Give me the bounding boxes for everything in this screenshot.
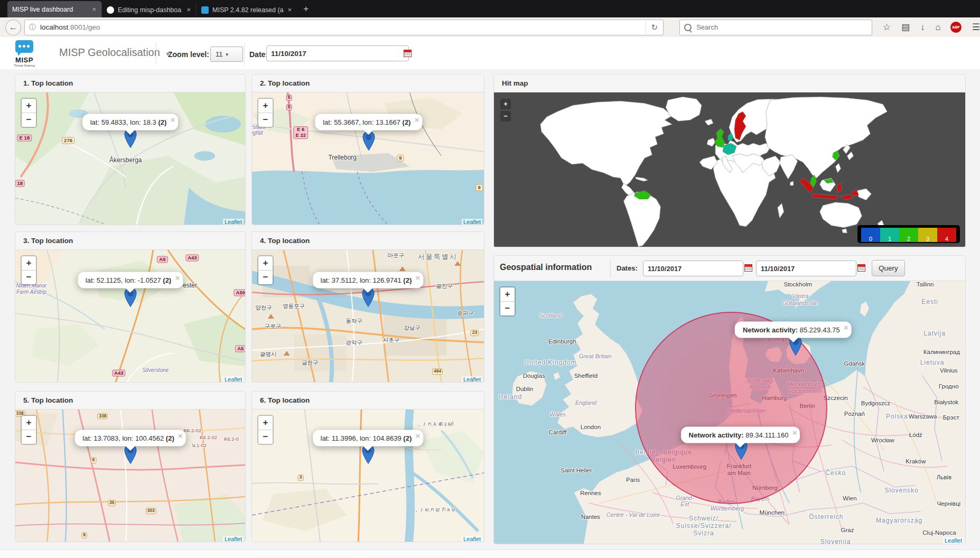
zoom-in-button[interactable]: + [258, 256, 273, 271]
info-icon[interactable]: ⓘ [29, 23, 36, 32]
leaflet-attribution-link[interactable]: Leaflet [943, 537, 964, 544]
leaflet-attribution-link[interactable]: Leaflet [462, 536, 482, 542]
leaflet-attribution-link[interactable]: Leaflet [223, 219, 244, 225]
map-label: Česko [825, 470, 846, 477]
menu-icon[interactable]: ☰ [972, 23, 980, 32]
popup-close-icon[interactable]: × [415, 431, 420, 440]
map-zoom-control: + − [499, 98, 516, 124]
legend-swatch [880, 228, 899, 236]
zoom-out-button[interactable]: − [258, 271, 273, 284]
world-map [494, 92, 965, 247]
map-label: 광진구 [436, 283, 453, 289]
zoom-in-button[interactable]: + [22, 416, 36, 430]
map-label: Edinburgh [548, 338, 576, 345]
popup-coords: lat: 59.4833, lon: 18.3 [90, 118, 156, 126]
tab-close-icon[interactable]: × [287, 6, 293, 14]
leaflet-attribution-link[interactable]: Leaflet [223, 536, 244, 542]
query-button[interactable]: Query [872, 260, 905, 276]
zoom-out-button[interactable]: − [500, 111, 511, 122]
map-top-location-2[interactable]: + − 55E 6 E 22erslätts ygfältTrelleborg9… [252, 92, 484, 225]
map-label: 35 [108, 500, 116, 506]
browser-navbar: ← ⓘ localhost :8001/geo ↻ ☆ ▤ ↓ ⌂ ABP ☰ [0, 17, 980, 38]
map-label: 9 [476, 184, 483, 191]
home-icon[interactable]: ⌂ [936, 23, 941, 32]
zoom-level-select[interactable]: 11 ▾ [210, 46, 243, 62]
map-top-location-3[interactable]: + − Niden Manor Farm AirstripA5A43A50est… [15, 250, 245, 383]
geospatial-map[interactable]: + − StockholmTallinnVästra Götalands län… [494, 281, 965, 544]
panel-hit-map: Hit map [493, 74, 966, 247]
tab-close-icon[interactable]: × [186, 6, 191, 14]
zoom-out-button[interactable]: − [500, 302, 515, 315]
hit-map[interactable]: + − 01234 [494, 92, 965, 247]
date-from-input[interactable] [643, 261, 743, 276]
search-box[interactable] [679, 20, 872, 35]
popup-close-icon[interactable]: × [415, 273, 420, 282]
app-title-dropdown[interactable]: MISP Geolocalisation ▾ [59, 46, 169, 59]
map-label: Centre - Val de Loire [606, 511, 660, 518]
leaflet-attribution-link[interactable]: Leaflet [462, 376, 482, 383]
url-bar[interactable]: ⓘ localhost :8001/geo ↻ [24, 20, 664, 35]
zoom-out-button[interactable]: − [22, 113, 36, 127]
map-label: Vilnius [940, 367, 958, 374]
zoom-in-button[interactable]: + [500, 287, 515, 302]
zoom-out-button[interactable]: − [22, 430, 36, 444]
map-top-location-5[interactable]: + − 338338ตต.2-02ตอ.2-02ตอ.2-0น.1-029353… [15, 410, 245, 542]
legend-swatch [918, 228, 937, 236]
map-label: Schweiz/ Suisse/Svizzera/ Svizra [676, 515, 732, 537]
zoom-in-button[interactable]: + [22, 99, 36, 113]
download-icon[interactable]: ↓ [920, 23, 925, 32]
map-top-location-4[interactable]: + − 마포구서울특별시광진구양천구영등포구동작구강남구송파구구로구관악구서초구… [252, 250, 484, 383]
popup-close-icon[interactable]: × [844, 323, 848, 332]
search-icon [684, 24, 692, 31]
panel-geospatial: Geospatial information Dates: Query [493, 255, 966, 544]
map-label: Dublin [516, 386, 534, 393]
tab-misp-live-dashboard[interactable]: MISP live dashboard × [7, 1, 101, 17]
legend-tick: 3 [918, 236, 937, 242]
map-label: Graz [841, 527, 854, 534]
map-top-location-6[interactable]: + − ក្រុងតាខ្មៅ33ស្រុកល្វាឯម lat: 11.399… [252, 410, 484, 542]
popup-coords: lat: 52.1125, lon: -1.0527 [86, 276, 161, 284]
leaflet-attribution-link[interactable]: Leaflet [223, 376, 244, 383]
zoom-in-button[interactable]: + [258, 99, 273, 113]
map-label: 강남구 [404, 324, 421, 331]
misp-logo-title: MISP [10, 56, 39, 64]
zoom-in-button[interactable]: + [258, 416, 273, 430]
map-label: 494 [432, 368, 443, 375]
bookmark-star-icon[interactable]: ☆ [883, 23, 891, 32]
popup-close-icon[interactable]: × [171, 115, 175, 124]
map-label: Stockholm [783, 282, 812, 289]
dates-label: Dates: [617, 264, 638, 272]
map-top-location-1[interactable]: + − E 18276Åkersberga18 lat: 59.4833, lo… [15, 92, 245, 225]
calendar-icon[interactable] [744, 264, 752, 272]
pages-icon[interactable]: ▤ [901, 23, 910, 32]
tab-misp-released[interactable]: MISP 2.4.82 released (a × [196, 2, 297, 17]
date-input[interactable] [266, 45, 409, 61]
calendar-icon[interactable] [404, 50, 412, 57]
adblock-plus-icon[interactable]: ABP [950, 22, 962, 33]
popup-close-icon[interactable]: × [175, 273, 180, 282]
date-to-input[interactable] [756, 261, 856, 276]
misp-logo[interactable]: MISP Threat Sharing [10, 40, 39, 67]
zoom-in-button[interactable]: + [22, 256, 36, 271]
map-label: 9 [397, 155, 404, 162]
new-tab-button[interactable]: + [297, 4, 315, 14]
tab-editing-misp-dashboard[interactable]: Editing misp-dashboa × [101, 2, 196, 17]
zoom-out-button[interactable]: − [258, 430, 273, 444]
calendar-icon[interactable] [857, 264, 865, 272]
zoom-in-button[interactable]: + [500, 99, 511, 109]
popup-close-icon[interactable]: × [415, 115, 419, 124]
misp-favicon [201, 6, 209, 14]
back-button[interactable]: ← [5, 20, 21, 35]
zoom-out-button[interactable]: − [22, 271, 36, 284]
leaflet-attribution-link[interactable]: Leaflet [462, 219, 482, 225]
reload-button[interactable]: ↻ [646, 21, 664, 34]
panel-top-location-4: 4. Top location [251, 231, 484, 383]
popup-close-icon[interactable]: × [792, 427, 797, 436]
network-activity-popup: Network activity: 85.229.43.75 × [735, 322, 852, 338]
popup-close-icon[interactable]: × [178, 431, 183, 440]
map-label: Львів [937, 474, 951, 481]
zoom-out-button[interactable]: − [258, 113, 273, 127]
map-label: Österreich [809, 514, 843, 521]
search-input[interactable] [695, 23, 867, 32]
tab-close-icon[interactable]: × [91, 5, 97, 13]
